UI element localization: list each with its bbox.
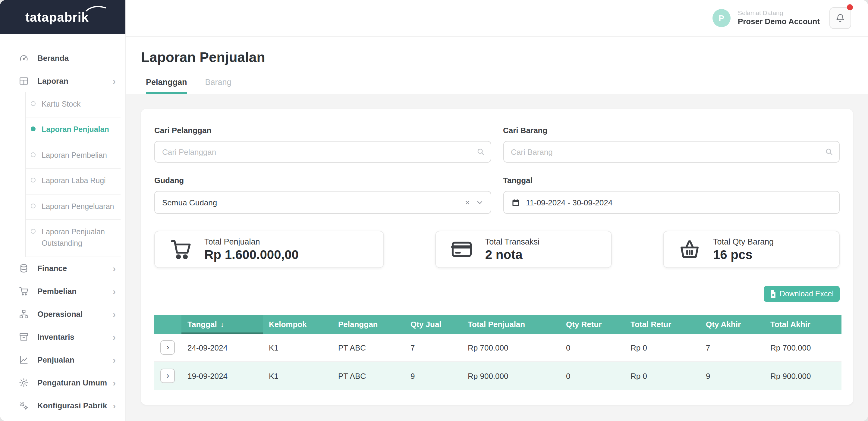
chevron-right-icon: › <box>113 287 116 296</box>
sidebar-item-label: Penjualan <box>37 355 113 364</box>
table-report-icon <box>18 75 29 86</box>
sidebar-subitem-laporan-pengeluaran[interactable]: Laporan Pengeluaran <box>26 194 121 220</box>
sidebar-item-label: Beranda <box>37 53 116 62</box>
column-header-qty-jual[interactable]: Qty Jual <box>404 315 462 334</box>
sidebar-subitem-laporan-laba-rugi[interactable]: Laporan Laba Rugi <box>26 169 121 194</box>
account-name: Proser Demo Account <box>738 17 820 27</box>
brand-logo[interactable]: tatapabrik <box>0 0 125 34</box>
tab-bar: Pelanggan Barang <box>141 78 853 94</box>
chevron-right-icon: › <box>113 355 116 364</box>
column-header-total-penjualan[interactable]: Total Penjualan <box>462 315 560 334</box>
sidebar-item-inventaris[interactable]: Inventaris › <box>0 326 125 349</box>
sidebar-subitem-laporan-penjualan[interactable]: Laporan Penjualan <box>26 118 121 143</box>
notification-dot <box>847 4 853 10</box>
summary-total-transaksi: Total Transaksi 2 nota <box>435 231 612 268</box>
shopping-cart-icon <box>18 286 29 297</box>
excel-file-icon <box>770 290 777 298</box>
avatar[interactable]: P <box>712 9 731 27</box>
table-row: › 19-09-2024 K1 PT ABC 9 Rp 900.000 0 Rp… <box>154 362 841 390</box>
clear-icon[interactable]: × <box>465 198 470 206</box>
chevron-right-icon: › <box>113 332 116 342</box>
column-header-total-akhir[interactable]: Total Akhir <box>764 315 841 334</box>
filter-gudang: Gudang Semua Gudang × <box>154 176 491 214</box>
sidebar-item-beranda[interactable]: Beranda <box>0 46 125 69</box>
cell-total-penjualan: Rp 700.000 <box>462 334 560 362</box>
sales-report-table: Tanggal↓ Kelompok Pelanggan Qty Jual Tot… <box>154 315 841 390</box>
cell-qty-retur: 0 <box>560 362 624 390</box>
sidebar-item-finance[interactable]: Finance › <box>0 257 125 280</box>
sidebar-item-laporan[interactable]: Laporan › <box>0 69 125 92</box>
chevron-right-icon: › <box>113 76 116 85</box>
cell-kelompok: K1 <box>263 362 332 390</box>
sidebar-item-penjualan[interactable]: Penjualan › <box>0 349 125 371</box>
topbar: P Selamat Datang Proser Demo Account <box>126 0 868 36</box>
cari-barang-input[interactable] <box>503 141 840 163</box>
download-excel-button[interactable]: Download Excel <box>764 286 840 302</box>
chevron-down-icon[interactable] <box>476 199 483 206</box>
sidebar-item-label: Konfigurasi Pabrik <box>37 401 113 410</box>
logo-swoosh-icon <box>86 5 106 13</box>
column-header-qty-akhir[interactable]: Qty Akhir <box>700 315 764 334</box>
cell-total-akhir: Rp 900.000 <box>764 362 841 390</box>
search-icon <box>476 147 485 156</box>
cell-tanggal: 19-09-2024 <box>181 362 263 390</box>
table-row: › 24-09-2024 K1 PT ABC 7 Rp 700.000 0 Rp… <box>154 334 841 362</box>
chevron-right-icon: › <box>113 264 116 273</box>
tanggal-label: Tanggal <box>503 176 840 185</box>
summary-value: Rp 1.600.000,00 <box>204 247 299 262</box>
credit-card-icon <box>449 238 474 261</box>
cell-qty-akhir: 7 <box>700 334 764 362</box>
sidebar-subitem-laporan-pembelian[interactable]: Laporan Pembelian <box>26 143 121 169</box>
expand-row-button[interactable]: › <box>160 368 175 383</box>
column-header-kelompok[interactable]: Kelompok <box>263 315 332 334</box>
filter-row-options: Gudang Semua Gudang × <box>154 176 840 214</box>
action-row: Download Excel <box>154 286 840 302</box>
sidebar-subitem-kartu-stock[interactable]: Kartu Stock <box>26 92 121 118</box>
column-header-total-retur[interactable]: Total Retur <box>624 315 700 334</box>
tanggal-range-value: 11-09-2024 - 30-09-2024 <box>526 198 613 207</box>
summary-label: Total Penjualan <box>204 237 299 246</box>
cell-total-akhir: Rp 700.000 <box>764 334 841 362</box>
cell-kelompok: K1 <box>263 334 332 362</box>
summary-row: Total Penjualan Rp 1.600.000,00 Total Tr… <box>154 231 840 268</box>
account-block: Selamat Datang Proser Demo Account <box>738 9 820 27</box>
download-excel-label: Download Excel <box>780 290 834 298</box>
sidebar-item-pembelian[interactable]: Pembelian › <box>0 280 125 303</box>
tab-pelanggan[interactable]: Pelanggan <box>146 78 187 94</box>
sidebar-item-label: Laporan <box>37 76 113 85</box>
summary-value: 2 nota <box>485 247 539 262</box>
sidebar-item-label: Pengaturan Umum <box>37 378 113 387</box>
filter-cari-barang: Cari Barang <box>503 126 840 163</box>
gudang-select[interactable]: Semua Gudang × <box>154 191 491 214</box>
sidebar-item-pengaturan-umum[interactable]: Pengaturan Umum › <box>0 371 125 394</box>
column-header-qty-retur[interactable]: Qty Retur <box>560 315 624 334</box>
cell-qty-jual: 7 <box>404 334 462 362</box>
sidebar-item-label: Finance <box>37 264 113 273</box>
bullet-icon <box>31 101 36 106</box>
bullet-icon <box>31 127 36 132</box>
cell-tanggal: 24-09-2024 <box>181 334 263 362</box>
cell-pelanggan: PT ABC <box>332 362 404 390</box>
sidebar-item-label: Operasional <box>37 310 113 319</box>
sidebar-item-label: Inventaris <box>37 332 113 342</box>
tanggal-range-picker[interactable]: 11-09-2024 - 30-09-2024 <box>503 191 840 214</box>
cari-pelanggan-input[interactable] <box>154 141 491 163</box>
summary-value: 16 pcs <box>713 247 774 262</box>
calendar-icon <box>511 198 520 207</box>
sidebar-item-operasional[interactable]: Operasional › <box>0 303 125 326</box>
column-header-pelanggan[interactable]: Pelanggan <box>332 315 404 334</box>
brand-logo-text: tatapabrik <box>25 10 89 24</box>
sidebar-item-konfigurasi-pabrik[interactable]: Konfigurasi Pabrik › <box>0 394 125 417</box>
sidebar-subitem-laporan-penjualan-outstanding[interactable]: Laporan Penjualan Outstanding <box>26 220 121 257</box>
column-header-tanggal[interactable]: Tanggal↓ <box>181 315 263 334</box>
search-icon <box>825 147 834 156</box>
expand-row-button[interactable]: › <box>160 340 175 355</box>
cell-pelanggan: PT ABC <box>332 334 404 362</box>
page-header: Laporan Penjualan Pelanggan Barang <box>126 36 868 94</box>
archive-box-icon <box>18 331 29 343</box>
tab-barang[interactable]: Barang <box>205 78 231 94</box>
gears-icon <box>18 400 29 411</box>
bell-icon <box>835 13 845 23</box>
sidebar-item-daftar-kontak[interactable]: Daftar Kontak › <box>0 417 125 421</box>
notifications-button[interactable] <box>830 7 851 29</box>
